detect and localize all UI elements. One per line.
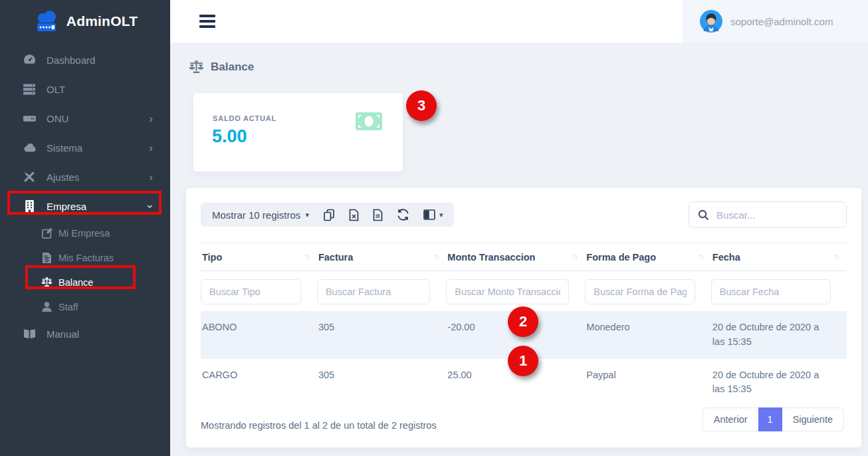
table-header-row: ↑↓Tipo ↑↓Factura ↑↓Monto Transaccion ↑↓F… (201, 243, 847, 271)
hamburger-menu-icon[interactable] (199, 15, 215, 31)
brand-name: AdminOLT (66, 13, 138, 29)
sidebar-subitem-label: Staff (58, 302, 78, 312)
cell-factura: 305 (317, 359, 446, 407)
search-input[interactable] (716, 209, 837, 221)
sidebar-item-ajustes[interactable]: Ajustes › (0, 162, 170, 191)
table-toolbar-buttons: Mostrar 10 registros ▾ (201, 203, 454, 227)
cell-factura: 305 (317, 311, 446, 359)
table-filter-row (201, 271, 847, 312)
sidebar-item-label: Manual (47, 328, 79, 340)
topbar: soporte@adminolt.com (170, 0, 868, 43)
sort-icon: ↑↓ (433, 252, 443, 260)
pagination-next-button[interactable]: Siguiente (782, 407, 844, 431)
sidebar-item-label: Ajustes (47, 171, 79, 183)
sidebar-item-manual[interactable]: Manual (0, 319, 170, 348)
saldo-value: 5.00 (212, 126, 247, 147)
sidebar-item-label: Dashboard (47, 55, 95, 66)
pagination: Anterior 1 Siguiente (703, 407, 844, 431)
avatar (700, 10, 722, 33)
copy-button[interactable] (323, 209, 335, 221)
pagination-page-1[interactable]: 1 (758, 407, 782, 431)
sidebar-subitem-staff[interactable]: Staff (0, 294, 170, 319)
sidebar-item-label: Sistema (47, 142, 82, 154)
column-header-factura[interactable]: ↑↓Factura (317, 243, 446, 271)
chevron-right-icon: › (149, 142, 153, 154)
sidebar-item-dashboard[interactable]: Dashboard (0, 45, 170, 74)
column-header-fecha[interactable]: ↑↓Fecha (711, 243, 847, 271)
invoice-icon (41, 253, 53, 263)
sort-icon: ↑↓ (572, 252, 582, 260)
sidebar-item-sistema[interactable]: Sistema › (0, 133, 170, 162)
chevron-right-icon: › (149, 113, 153, 124)
money-bill-icon (356, 112, 382, 130)
sidebar-subitem-label: Mi Empresa (58, 228, 110, 239)
filter-factura-input[interactable] (317, 279, 430, 304)
sidebar-item-label: OLT (47, 84, 65, 95)
user-menu[interactable]: soporte@adminolt.com (683, 0, 868, 43)
filter-forma-pago-input[interactable] (585, 279, 695, 304)
scale-icon (189, 60, 204, 74)
cell-tipo: CARGO (201, 359, 317, 407)
annotation-badge-2: 2 (508, 306, 538, 337)
column-header-monto[interactable]: ↑↓Monto Transaccion (446, 243, 585, 271)
user-email: soporte@adminolt.com (730, 16, 833, 27)
sidebar-item-label: ONU (47, 113, 68, 124)
tools-icon (23, 171, 36, 183)
filter-tipo-input[interactable] (201, 279, 301, 304)
column-header-tipo[interactable]: ↑↓Tipo (201, 243, 317, 271)
excel-export-button[interactable] (349, 209, 359, 221)
sort-icon: ↑↓ (834, 252, 844, 260)
caret-down-icon: ▾ (305, 211, 309, 219)
annotation-box-empresa (7, 191, 162, 215)
sort-icon: ↑↓ (304, 252, 314, 260)
user-icon (41, 302, 53, 312)
cloud-icon (23, 143, 36, 152)
book-icon (23, 328, 36, 339)
server-icon (23, 84, 36, 95)
filter-monto-input[interactable] (446, 279, 569, 304)
app-window: AdminOLT Dashboard (0, 0, 868, 456)
pdf-export-button[interactable] (373, 209, 383, 221)
sidebar: AdminOLT Dashboard (0, 0, 170, 456)
annotation-badge-1: 1 (508, 346, 538, 376)
brand[interactable]: AdminOLT (0, 0, 170, 43)
pagination-prev-button[interactable]: Anterior (703, 407, 758, 431)
annotation-badge-3: 3 (406, 90, 437, 121)
page-title-text: Balance (211, 60, 254, 74)
cell-tipo: ABONO (201, 311, 317, 359)
sidebar-subitem-mi-empresa[interactable]: Mi Empresa (0, 221, 170, 245)
cell-forma: Paypal (585, 359, 711, 407)
sidebar-subitem-label: Mis Facturas (58, 253, 114, 263)
cell-fecha: 20 de Octubre de 2020 a las 15:35 (711, 311, 847, 359)
column-visibility-button[interactable]: ▾ (423, 209, 443, 220)
page-length-dropdown[interactable]: Mostrar 10 registros ▾ (212, 209, 309, 221)
gauge-icon (23, 54, 36, 66)
main-content: Balance SALDO ACTUAL 5.00 (170, 43, 868, 456)
column-header-forma-pago[interactable]: ↑↓Forma de Pago (585, 243, 711, 271)
device-icon (23, 113, 36, 124)
cell-forma: Monedero (585, 311, 711, 359)
chevron-right-icon: › (149, 171, 153, 183)
annotation-box-balance (25, 265, 136, 289)
filter-fecha-input[interactable] (711, 279, 831, 304)
adminolt-logo-icon (33, 10, 60, 33)
refresh-button[interactable] (397, 209, 409, 221)
page-length-label: Mostrar 10 registros (212, 209, 300, 221)
saldo-actual-card: SALDO ACTUAL 5.00 (193, 93, 403, 171)
search-icon (698, 209, 709, 221)
page-title: Balance (189, 60, 254, 74)
edit-icon (41, 228, 53, 239)
sidebar-item-onu[interactable]: ONU › (0, 104, 170, 133)
sidebar-item-olt[interactable]: OLT (0, 74, 170, 104)
cell-fecha: 20 de Octubre de 2020 a las 15:35 (711, 359, 847, 407)
table-toolbar: Mostrar 10 registros ▾ (201, 203, 847, 228)
sort-icon: ↑↓ (699, 252, 708, 260)
caret-down-icon: ▾ (439, 211, 443, 219)
table-search (689, 201, 847, 228)
saldo-label: SALDO ACTUAL (213, 114, 276, 122)
